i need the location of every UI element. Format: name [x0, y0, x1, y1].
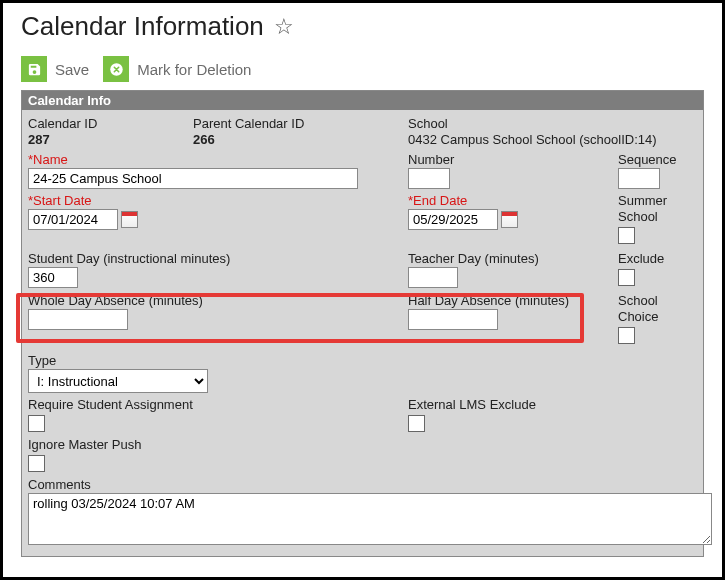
require-student-assignment-label: Require Student Assignment [28, 397, 408, 413]
panel-body: Calendar ID 287 Parent Calendar ID 266 S… [22, 110, 703, 556]
save-icon [21, 56, 47, 82]
require-student-assignment-checkbox[interactable] [28, 415, 45, 432]
calendar-icon[interactable] [501, 211, 518, 228]
half-day-absence-input[interactable] [408, 309, 498, 330]
external-lms-exclude-label: External LMS Exclude [408, 397, 697, 413]
external-lms-exclude-checkbox[interactable] [408, 415, 425, 432]
summer-school-label: Summer School [618, 193, 697, 225]
save-label: Save [55, 61, 89, 78]
ignore-master-push-checkbox[interactable] [28, 455, 45, 472]
student-day-input[interactable] [28, 267, 78, 288]
page-header: Calendar Information ☆ [3, 3, 722, 46]
sequence-label: Sequence [618, 152, 697, 168]
comments-label: Comments [28, 477, 697, 493]
toolbar: Save Mark for Deletion [3, 46, 722, 90]
mark-for-deletion-button[interactable]: Mark for Deletion [103, 56, 251, 82]
half-day-absence-label: Half Day Absence (minutes) [408, 293, 618, 309]
end-date-input[interactable] [408, 209, 498, 230]
exclude-label: Exclude [618, 251, 697, 267]
page-title: Calendar Information [21, 11, 264, 42]
school-choice-label: School Choice [618, 293, 697, 325]
name-label: *Name [28, 152, 408, 168]
whole-day-absence-input[interactable] [28, 309, 128, 330]
start-date-input[interactable] [28, 209, 118, 230]
calendar-id-label: Calendar ID [28, 116, 193, 132]
type-label: Type [28, 353, 697, 369]
parent-calendar-id-label: Parent Calendar ID [193, 116, 408, 132]
ignore-master-push-label: Ignore Master Push [28, 437, 697, 453]
panel-title: Calendar Info [22, 91, 703, 110]
comments-textarea[interactable] [28, 493, 712, 545]
parent-calendar-id-value: 266 [193, 132, 408, 148]
type-select[interactable]: I: Instructional [28, 369, 208, 393]
delete-icon [103, 56, 129, 82]
start-date-label: *Start Date [28, 193, 408, 209]
school-value: 0432 Campus School School (schoolID:14) [408, 132, 697, 148]
sequence-input[interactable] [618, 168, 660, 189]
teacher-day-input[interactable] [408, 267, 458, 288]
save-button[interactable]: Save [21, 56, 89, 82]
end-date-label: *End Date [408, 193, 618, 209]
student-day-label: Student Day (instructional minutes) [28, 251, 408, 267]
school-label: School [408, 116, 697, 132]
whole-day-absence-label: Whole Day Absence (minutes) [28, 293, 408, 309]
calendar-info-panel: Calendar Info Calendar ID 287 Parent Cal… [21, 90, 704, 557]
teacher-day-label: Teacher Day (minutes) [408, 251, 618, 267]
window: Calendar Information ☆ Save Mark for Del… [0, 0, 725, 580]
favorite-star-icon[interactable]: ☆ [274, 14, 294, 40]
number-input[interactable] [408, 168, 450, 189]
exclude-checkbox[interactable] [618, 269, 635, 286]
calendar-icon[interactable] [121, 211, 138, 228]
summer-school-checkbox[interactable] [618, 227, 635, 244]
calendar-id-value: 287 [28, 132, 193, 148]
name-input[interactable] [28, 168, 358, 189]
delete-label: Mark for Deletion [137, 61, 251, 78]
number-label: Number [408, 152, 618, 168]
school-choice-checkbox[interactable] [618, 327, 635, 344]
